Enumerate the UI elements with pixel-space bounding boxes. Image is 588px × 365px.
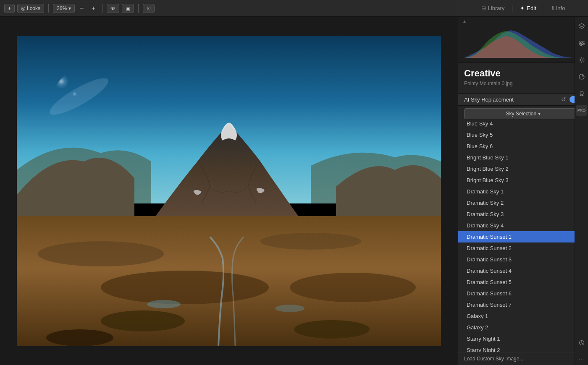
looks-button[interactable]: ◎ Looks <box>17 4 44 13</box>
sky-list-item-blue5[interactable]: Blue Sky 5 <box>458 129 588 141</box>
sky-list[interactable]: Download New Sky Images...Original SkyBl… <box>458 122 588 352</box>
tab-edit[interactable]: ✦ Edit <box>512 2 543 15</box>
creative-title: Creative <box>464 68 582 79</box>
file-name: Pointy Mountain 0.jpg <box>464 81 582 86</box>
svg-point-2 <box>38 241 164 266</box>
sky-list-item-dramatic_sunset6[interactable]: Dramatic Sunset 6 <box>458 288 588 299</box>
sky-list-item-dramatic_sunset1[interactable]: Dramatic Sunset 1 <box>458 231 588 242</box>
zoom-in-button[interactable]: + <box>89 4 97 13</box>
separator-1 <box>48 4 49 13</box>
sky-list-item-dramatic4[interactable]: Dramatic Sky 4 <box>458 220 588 231</box>
canvas-area <box>0 17 458 365</box>
svg-point-6 <box>101 310 185 331</box>
tab-bar: ⊟ Library ✦ Edit ℹ Info <box>458 0 588 17</box>
separator-2 <box>102 4 102 13</box>
eye-button[interactable]: 👁 <box>107 4 119 13</box>
crop-icon: ⊡ <box>147 5 151 11</box>
svg-point-19 <box>580 44 582 46</box>
sky-list-item-bright2[interactable]: Bright Blue Sky 2 <box>458 163 588 175</box>
tab-info[interactable]: ℹ Info <box>544 2 573 15</box>
color-panel-icon[interactable] <box>576 71 587 82</box>
sky-list-item-galaxy1[interactable]: Galaxy 1 <box>458 310 588 322</box>
sky-list-item-bright3[interactable]: Bright Blue Sky 3 <box>458 175 588 186</box>
histogram-arrow-left: ▲ <box>462 19 467 23</box>
sky-list-item-dramatic3[interactable]: Dramatic Sky 3 <box>458 209 588 220</box>
zoom-display: 26% ▾ <box>53 4 75 13</box>
sky-list-item-dramatic_sunset3[interactable]: Dramatic Sunset 3 <box>458 254 588 265</box>
looks-icon: ◎ <box>21 5 25 11</box>
histogram: ▲ ▲ <box>458 17 588 63</box>
sky-list-item-starry1[interactable]: Starry Night 1 <box>458 333 588 344</box>
load-custom-sky[interactable]: Load Custom Sky Image... <box>458 352 588 365</box>
info-icon: ℹ <box>552 5 554 11</box>
sky-list-item-galaxy2[interactable]: Galaxy 2 <box>458 322 588 333</box>
edit-icon: ✦ <box>520 5 525 11</box>
panel-icons: PRO ··· <box>575 17 588 365</box>
sky-replacement-header: AI Sky Replacement ↺ <box>458 93 588 106</box>
sky-list-item-dramatic2[interactable]: Dramatic Sky 2 <box>458 197 588 209</box>
sky-list-item-blue4[interactable]: Blue Sky 4 <box>458 122 588 129</box>
photo-frame <box>17 36 441 346</box>
sky-replacement-title: AI Sky Replacement <box>464 96 514 103</box>
tab-library[interactable]: ⊟ Library <box>474 2 512 15</box>
sky-panel: AI Sky Replacement ↺ Sky Selection ▾ Dow… <box>458 93 588 365</box>
pro-badge: PRO <box>576 105 587 116</box>
svg-point-30 <box>580 91 583 95</box>
sky-list-item-dramatic_sunset2[interactable]: Dramatic Sunset 2 <box>458 242 588 254</box>
more-panel-icon[interactable]: ··· <box>576 354 587 365</box>
svg-line-28 <box>579 62 580 62</box>
layers-panel-icon[interactable] <box>576 21 587 32</box>
crop-button[interactable]: ⊡ <box>143 4 155 13</box>
adjust-panel-icon[interactable] <box>576 38 587 49</box>
eye-icon: 👁 <box>110 5 116 11</box>
svg-line-26 <box>583 62 583 62</box>
sky-list-item-dramatic_sunset5[interactable]: Dramatic Sunset 5 <box>458 276 588 288</box>
svg-line-27 <box>583 58 583 58</box>
add-button[interactable]: + <box>4 4 15 13</box>
svg-point-4 <box>101 271 269 304</box>
svg-point-20 <box>580 59 583 61</box>
library-icon: ⊟ <box>481 5 486 11</box>
sky-list-item-dramatic1[interactable]: Dramatic Sky 1 <box>458 186 588 197</box>
creative-section: Creative Pointy Mountain 0.jpg <box>458 63 588 93</box>
sun-panel-icon[interactable] <box>576 55 587 65</box>
svg-line-25 <box>579 58 580 58</box>
sky-list-item-dramatic_sunset7[interactable]: Dramatic Sunset 7 <box>458 299 588 310</box>
right-panel: ▲ ▲ <box>458 17 588 365</box>
sky-list-item-starry2[interactable]: Starry Night 2 <box>458 344 588 352</box>
photo-image <box>17 36 441 346</box>
svg-point-5 <box>290 273 416 302</box>
svg-point-3 <box>260 233 361 250</box>
svg-point-8 <box>294 320 370 339</box>
sky-selection-dropdown[interactable]: Sky Selection ▾ <box>464 108 582 119</box>
compare-icon: ▣ <box>126 5 130 11</box>
histogram-chart <box>462 24 584 58</box>
sky-selection-label: Sky Selection ▾ <box>506 111 540 117</box>
compare-button[interactable]: ▣ <box>122 4 134 13</box>
sky-list-item-blue6[interactable]: Blue Sky 6 <box>458 141 588 152</box>
main-content: ▲ ▲ <box>0 17 588 365</box>
svg-point-17 <box>580 41 581 43</box>
sky-list-item-bright1[interactable]: Bright Blue Sky 1 <box>458 152 588 163</box>
separator-3 <box>138 4 139 13</box>
svg-point-18 <box>582 42 583 44</box>
zoom-out-button[interactable]: − <box>77 4 86 13</box>
svg-point-10 <box>275 305 304 312</box>
sky-list-item-dramatic_sunset4[interactable]: Dramatic Sunset 4 <box>458 265 588 276</box>
svg-point-9 <box>147 300 181 308</box>
face-panel-icon[interactable] <box>576 88 587 99</box>
add-icon: + <box>8 5 11 11</box>
svg-point-7 <box>46 329 113 346</box>
sky-reset-button[interactable]: ↺ <box>561 96 566 103</box>
history-panel-icon[interactable] <box>576 337 587 348</box>
